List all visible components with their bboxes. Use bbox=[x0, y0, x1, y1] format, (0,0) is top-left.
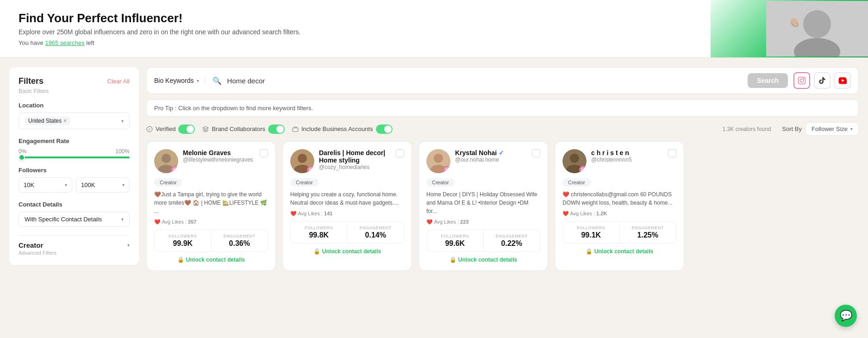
unlock-contact-button[interactable]: 🔒 Unlock contact details bbox=[562, 248, 676, 255]
followers-stat: FOLLOWERS 99.6K bbox=[427, 230, 484, 251]
engagement-thumb[interactable] bbox=[19, 154, 25, 161]
svg-point-20 bbox=[434, 154, 443, 163]
svg-point-23 bbox=[446, 169, 448, 171]
creator-card: Krystal Nohai ✓ @our.nohai.home Creator … bbox=[418, 141, 548, 271]
svg-point-5 bbox=[800, 79, 804, 82]
svg-point-28 bbox=[582, 169, 584, 171]
verified-label: Verified bbox=[156, 125, 175, 132]
engagement-stat: ENGAGEMENT 0.22% bbox=[484, 230, 540, 251]
sort-value: Follower Size bbox=[812, 125, 848, 132]
card-name: c h r i s t e n bbox=[591, 149, 663, 156]
engagement-stat-value: 0.36% bbox=[214, 239, 265, 248]
verified-toggle[interactable] bbox=[178, 125, 195, 134]
followers-stat-label: FOLLOWERS bbox=[157, 234, 208, 238]
avg-likes: ❤️ Avg Likes : 357 bbox=[154, 219, 268, 225]
location-filter: Location United States × ▾ bbox=[19, 102, 130, 129]
lock-icon: 🔒 bbox=[450, 257, 456, 263]
card-bio: Helping you create a cozy, functional ho… bbox=[290, 190, 404, 207]
card-checkbox[interactable] bbox=[668, 149, 676, 157]
unlock-contact-button[interactable]: 🔒 Unlock contact details bbox=[290, 248, 404, 255]
engagement-range-labels: 0% 100% bbox=[19, 148, 130, 155]
followers-filter: Followers 10K ▾ 100K ▾ bbox=[19, 167, 130, 193]
avatar-platform-icon bbox=[579, 166, 587, 173]
searches-count[interactable]: 1965 searches bbox=[45, 39, 84, 46]
engagement-stat-value: 0.22% bbox=[487, 239, 537, 248]
search-button[interactable]: Search bbox=[748, 73, 788, 88]
avg-likes: ❤️ Avg Likes : 223 bbox=[426, 219, 540, 225]
heart-icon: ❤️ bbox=[154, 219, 161, 225]
svg-point-1 bbox=[803, 10, 831, 38]
lock-icon: 🔒 bbox=[313, 248, 320, 255]
card-badge: Creator bbox=[562, 178, 591, 187]
main-layout: Filters Clear All Basic Filters Location… bbox=[0, 58, 868, 275]
followers-min-value: 10K bbox=[24, 182, 34, 188]
location-select[interactable]: United States × ▾ bbox=[19, 113, 130, 129]
brand-toggle[interactable] bbox=[268, 125, 285, 134]
tiktok-platform-button[interactable] bbox=[814, 72, 831, 89]
filters-right: 1.3K creators found Sort By Follower Siz… bbox=[723, 122, 859, 136]
clear-all-button[interactable]: Clear All bbox=[107, 78, 130, 85]
heart-icon: ❤️ bbox=[426, 219, 433, 225]
card-checkbox[interactable] bbox=[532, 149, 540, 157]
avg-likes: ❤️ Avg Likes : 1.2K bbox=[562, 211, 676, 217]
platform-icons bbox=[793, 72, 851, 89]
stats-row: FOLLOWERS 99.9K ENGAGEMENT 0.36% bbox=[154, 230, 268, 252]
pro-tip: Pro Tip : Click on the dropdown to find … bbox=[146, 100, 859, 117]
engagement-stat-value: 0.14% bbox=[350, 231, 401, 239]
svg-rect-4 bbox=[799, 77, 806, 84]
search-magnifier-icon: 🔍 bbox=[212, 76, 222, 85]
stats-row: FOLLOWERS 99.8K ENGAGEMENT 0.14% bbox=[290, 221, 404, 244]
header-image bbox=[711, 0, 868, 57]
verified-icon bbox=[146, 126, 153, 132]
engagement-stat-label: ENGAGEMENT bbox=[214, 234, 265, 238]
card-header: Darelis | Home decor| Home styling @cozy… bbox=[290, 149, 404, 173]
instagram-platform-button[interactable] bbox=[793, 72, 810, 89]
unlock-contact-button[interactable]: 🔒 Unlock contact details bbox=[426, 257, 540, 263]
avg-likes: ❤️ Avg Likes : 141 bbox=[290, 211, 404, 217]
card-header: Krystal Nohai ✓ @our.nohai.home bbox=[426, 149, 540, 173]
header-searches: You have 1965 searches left bbox=[19, 39, 343, 46]
avatar-platform-icon bbox=[171, 166, 178, 173]
heart-icon: ❤️ bbox=[562, 211, 569, 216]
contact-label: Contact Details bbox=[19, 201, 130, 208]
search-input[interactable] bbox=[227, 77, 743, 85]
followers-stat: FOLLOWERS 99.9K bbox=[155, 230, 212, 251]
lock-icon: 🔒 bbox=[177, 257, 184, 263]
bio-keyword-chevron-icon: ▾ bbox=[197, 78, 199, 83]
sort-chevron-icon: ▾ bbox=[850, 126, 853, 131]
business-toggle[interactable] bbox=[376, 125, 393, 134]
card-checkbox[interactable] bbox=[396, 149, 404, 157]
card-header: c h r i s t e n @christennnnn5 bbox=[562, 149, 676, 173]
advanced-filters-sublabel: Advanced Filters bbox=[19, 250, 130, 256]
svg-point-3 bbox=[790, 18, 798, 25]
svg-point-13 bbox=[174, 169, 176, 171]
contact-details-select[interactable]: With Specific Contact Details ▾ bbox=[19, 212, 130, 227]
card-badge: Creator bbox=[426, 178, 455, 187]
card-checkbox[interactable] bbox=[260, 149, 268, 157]
engagement-bar[interactable] bbox=[19, 156, 130, 158]
business-label: Include Business Accounts bbox=[301, 125, 373, 132]
bio-keyword-dropdown[interactable]: Bio Keywords ▾ bbox=[154, 77, 205, 84]
advanced-filters-header[interactable]: Creator ▾ bbox=[19, 235, 130, 249]
card-handle: @christennnnn5 bbox=[591, 156, 663, 163]
followers-stat-value: 99.8K bbox=[293, 231, 344, 239]
header-person bbox=[766, 1, 868, 56]
unlock-contact-button[interactable]: 🔒 Unlock contact details bbox=[154, 257, 268, 263]
svg-rect-27 bbox=[581, 168, 585, 172]
filters-row: Verified Brand Collaborators bbox=[146, 122, 859, 136]
engagement-filter: Engagement Rate 0% 100% bbox=[19, 138, 130, 158]
svg-rect-12 bbox=[173, 168, 177, 172]
svg-point-6 bbox=[803, 78, 804, 79]
followers-min-select[interactable]: 10K ▾ bbox=[19, 177, 72, 193]
youtube-platform-button[interactable] bbox=[834, 72, 851, 89]
brand-toggle-group: Brand Collaborators bbox=[202, 125, 285, 134]
followers-stat-label: FOLLOWERS bbox=[566, 225, 617, 230]
stats-row: FOLLOWERS 99.1K ENGAGEMENT 1.25% bbox=[562, 221, 676, 244]
sort-dropdown[interactable]: Follower Size ▾ bbox=[806, 122, 859, 136]
stats-row: FOLLOWERS 99.6K ENGAGEMENT 0.22% bbox=[426, 230, 540, 252]
searches-suffix: left bbox=[86, 39, 94, 46]
followers-max-select[interactable]: 100K ▾ bbox=[76, 177, 130, 193]
engagement-stat: ENGAGEMENT 0.36% bbox=[212, 230, 268, 251]
location-remove-button[interactable]: × bbox=[63, 118, 67, 124]
sidebar: Filters Clear All Basic Filters Location… bbox=[9, 67, 139, 265]
